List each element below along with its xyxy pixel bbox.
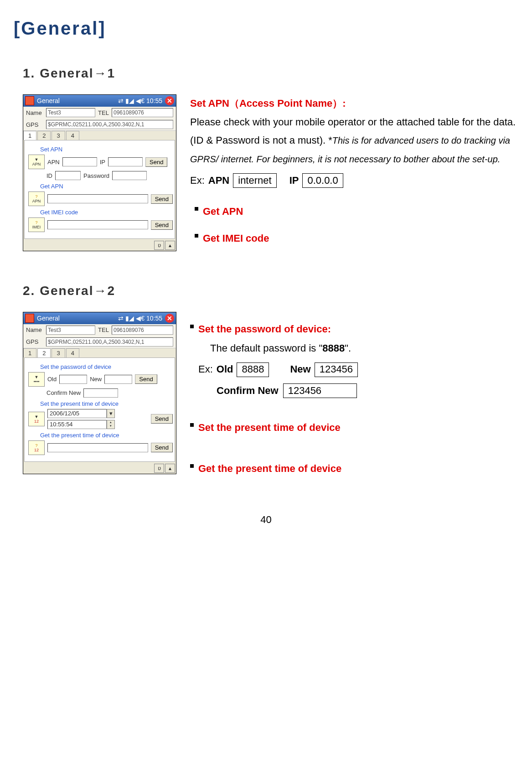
gps-label: GPS: [26, 338, 44, 345]
time-input[interactable]: 10:55:54: [47, 420, 107, 429]
ip-input[interactable]: [108, 157, 143, 166]
default-pw-text-pre: The default password is ": [210, 342, 322, 354]
clock: 10:55: [146, 97, 162, 104]
sip-icon[interactable]: ʋ: [154, 464, 164, 473]
password-input[interactable]: [112, 171, 147, 180]
tab-strip: 1 2 3 4: [23, 348, 176, 357]
section-2-row: General ⇄ ▮◢ ◀€ 10:55 ✕ Name Test3 TEL 0…: [14, 312, 518, 487]
sip-up-icon[interactable]: ▴: [165, 464, 175, 473]
get-imei-text: Get IMEI code: [203, 229, 269, 248]
close-icon[interactable]: ✕: [165, 96, 174, 105]
gps-field: $GPRMC,025211.000,A,2500.3402,N,1: [46, 337, 173, 347]
spinner-icon[interactable]: ▴▾: [107, 420, 115, 429]
gps-field: $GPRMC,025211.000,A,2500.3402,N,1: [46, 120, 173, 129]
titlebar: General ⇄ ▮◢ ◀€ 10:55 ✕: [23, 95, 176, 107]
tab-2[interactable]: 2: [37, 131, 51, 140]
tab-3[interactable]: 3: [52, 348, 65, 357]
apn-example-line: Ex: APN internet IP 0.0.0.0: [190, 171, 518, 190]
set-password-heading: Set the password of device:: [198, 323, 331, 335]
bullet-icon: [190, 423, 194, 427]
bullet-icon: [195, 207, 198, 211]
new-pw-label: New: [90, 376, 102, 383]
tab-4[interactable]: 4: [66, 131, 79, 140]
status-icons: ⇄ ▮◢ ◀€ 10:55: [118, 315, 162, 322]
sip-up-icon[interactable]: ▴: [165, 241, 175, 250]
titlebar: General ⇄ ▮◢ ◀€ 10:55 ✕: [23, 312, 176, 324]
apn-input[interactable]: [62, 157, 97, 166]
apn-field-label: APN: [47, 159, 60, 166]
close-icon[interactable]: ✕: [165, 314, 174, 323]
bullet-icon: [190, 325, 194, 328]
confirm-new-label: Confirm New: [46, 389, 81, 396]
tab-3[interactable]: 3: [52, 131, 65, 140]
set-pw-send-button[interactable]: Send: [135, 374, 157, 384]
bullet-icon: [195, 234, 198, 238]
name-label: Name: [26, 326, 44, 333]
set-apn-group: Set APN: [40, 146, 173, 153]
tab-4[interactable]: 4: [66, 348, 79, 357]
old-pw-input[interactable]: [59, 375, 87, 384]
volume-icon: ◀€: [136, 97, 145, 104]
name-field[interactable]: Test3: [46, 326, 95, 335]
dropdown-icon[interactable]: ▾: [107, 409, 115, 418]
name-label: Name: [26, 109, 44, 116]
tel-label: TEL: [97, 109, 110, 116]
get-imei-send-button[interactable]: Send: [151, 220, 173, 230]
note-asterisk: *: [328, 135, 332, 146]
tel-field[interactable]: 0961089076: [112, 326, 173, 335]
set-time-heading: Set the present time of device: [198, 419, 341, 437]
signal-icon: ▮◢: [125, 315, 134, 322]
new-pw-input[interactable]: [104, 375, 132, 384]
imei-query-icon: ?IMEI: [28, 217, 45, 232]
password-icon: ▼••••: [28, 372, 45, 387]
bullet-get-time: Get the present time of device: [190, 460, 518, 478]
section-2-description: Set the password of device: The default …: [190, 312, 518, 487]
get-time-heading: Get the present time of device: [198, 460, 341, 478]
ip-field-label: IP: [100, 159, 105, 166]
gps-label: GPS: [26, 121, 44, 128]
page-number: 40: [14, 514, 518, 526]
get-apn-send-button[interactable]: Send: [151, 194, 173, 204]
apn-query-icon: ?APN: [28, 192, 45, 206]
softkey-bar: ʋ ▴: [23, 240, 176, 251]
get-imei-output: [47, 220, 148, 229]
bullet-set-password: Set the password of device: The default …: [190, 320, 518, 400]
connectivity-icon: ⇄: [118, 97, 124, 104]
ex-prefix: Ex:: [190, 171, 205, 190]
default-pw-text-post: ".: [345, 342, 351, 354]
old-value-box: 8888: [237, 362, 269, 377]
id-field-label: ID: [46, 172, 52, 179]
ex-prefix: Ex:: [198, 360, 213, 379]
id-input[interactable]: [55, 171, 81, 180]
set-apn-send-button[interactable]: Send: [145, 157, 167, 167]
connectivity-icon: ⇄: [118, 315, 124, 322]
tab-1[interactable]: 1: [23, 131, 36, 140]
new-value-box: 123456: [315, 362, 358, 377]
set-time-group: Set the present time of device: [40, 400, 173, 407]
start-icon: [25, 96, 34, 105]
confirm-new-input[interactable]: [83, 388, 118, 398]
set-time-send-button[interactable]: Send: [151, 414, 173, 424]
screenshot-2: General ⇄ ▮◢ ◀€ 10:55 ✕ Name Test3 TEL 0…: [23, 312, 176, 474]
get-time-group: Get the present time of device: [40, 432, 173, 439]
apn-label: APN: [208, 171, 229, 190]
tel-field[interactable]: 0961089076: [112, 108, 173, 117]
get-imei-group: Get IMEI code: [40, 209, 173, 216]
get-time-send-button[interactable]: Send: [151, 443, 173, 452]
tab-1[interactable]: 1: [23, 348, 36, 357]
name-field[interactable]: Test3: [46, 108, 95, 117]
ip-example-value: 0.0.0.0: [302, 173, 343, 188]
section-1-heading: 1. General→1: [23, 66, 518, 81]
apn-example-value: internet: [233, 173, 276, 188]
ip-label: IP: [289, 171, 299, 190]
tab-2[interactable]: 2: [37, 348, 51, 357]
default-pw-value: 8888: [322, 342, 345, 354]
section-2-heading: 2. General→2: [23, 284, 518, 298]
date-input[interactable]: 2006/12/05: [47, 409, 107, 418]
apn-pin-icon: ▼APN: [28, 155, 45, 169]
window-title: General: [37, 315, 118, 322]
section-1-description: Set APN（Access Point Name）: Please check…: [190, 94, 518, 256]
password-field-label: Password: [83, 172, 109, 179]
bullet-get-imei: Get IMEI code: [195, 229, 518, 248]
sip-icon[interactable]: ʋ: [154, 241, 164, 250]
